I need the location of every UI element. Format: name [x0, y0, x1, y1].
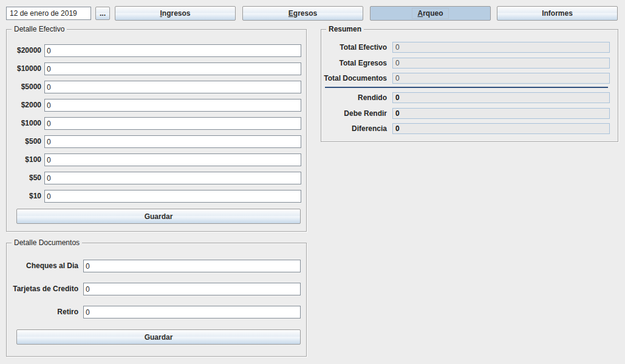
denomination-label-10: $10 — [7, 192, 41, 200]
nav-button-ingresos[interactable]: Ingresos — [115, 6, 236, 21]
tarjetas-de-credito-label: Tarjetas de Credito — [7, 285, 78, 293]
cheques-al-dia-input[interactable] — [83, 260, 301, 272]
date-input[interactable] — [6, 7, 91, 20]
denomination-input-10[interactable] — [44, 190, 301, 203]
total-egresos-label: Total Egresos — [321, 59, 387, 67]
nav-button-egresos[interactable]: Egresos — [242, 6, 363, 21]
debe-rendir-value: 0 — [392, 108, 610, 119]
diferencia-value: 0 — [392, 123, 610, 134]
diferencia-label: Diferencia — [321, 124, 387, 133]
nav-button-egresos-label: Egresos — [289, 9, 317, 18]
total-efectivo-label: Total Efectivo — [321, 43, 387, 52]
ellipsis-icon: ... — [100, 9, 106, 18]
retiro-input[interactable] — [83, 306, 301, 318]
detalle-efectivo-title: Detalle Efectivo — [12, 25, 67, 34]
nav-button-informes-label: Informes — [542, 9, 573, 18]
denomination-input-2000[interactable] — [44, 99, 301, 112]
detalle-efectivo-panel: Detalle Efectivo $20000 $10000 $5000 $20… — [6, 29, 307, 232]
guardar-efectivo-button[interactable]: Guardar — [16, 209, 301, 224]
nav-button-arqueo[interactable]: Arqueo — [370, 6, 491, 21]
total-efectivo-value: 0 — [392, 42, 610, 53]
guardar-documentos-label: Guardar — [145, 333, 173, 342]
guardar-efectivo-label: Guardar — [145, 212, 173, 221]
total-egresos-value: 0 — [392, 58, 610, 69]
denomination-label-1000: $1000 — [7, 119, 41, 127]
denomination-input-1000[interactable] — [44, 117, 301, 130]
rendido-value: 0 — [392, 92, 610, 103]
detalle-documentos-title: Detalle Documentos — [12, 238, 82, 248]
nav-button-ingresos-label: Ingresos — [160, 9, 190, 18]
date-picker-button[interactable]: ... — [95, 7, 110, 20]
retiro-label: Retiro — [7, 308, 78, 316]
resumen-separator — [325, 87, 608, 88]
denomination-input-500[interactable] — [44, 135, 301, 148]
denomination-input-5000[interactable] — [44, 81, 301, 93]
denomination-input-50[interactable] — [44, 172, 301, 184]
resumen-panel: Resumen Total Efectivo 0 Total Egresos 0… — [321, 29, 618, 142]
rendido-label: Rendido — [321, 93, 387, 102]
total-documentos-value: 0 — [392, 73, 610, 84]
tarjetas-de-credito-input[interactable] — [83, 283, 301, 295]
denomination-label-500: $500 — [7, 137, 41, 146]
nav-button-informes[interactable]: Informes — [497, 6, 618, 21]
arqueo-window: { "toolbar": { "date_value": "12 de ener… — [0, 0, 625, 364]
resumen-title: Resumen — [326, 25, 364, 34]
total-documentos-label: Total Documentos — [321, 74, 387, 83]
debe-rendir-label: Debe Rendir — [321, 109, 387, 118]
detalle-documentos-panel: Detalle Documentos Cheques al Dia Tarjet… — [6, 243, 307, 357]
guardar-documentos-button[interactable]: Guardar — [16, 329, 301, 345]
denomination-input-100[interactable] — [44, 153, 301, 166]
cheques-al-dia-label: Cheques al Dia — [7, 261, 78, 270]
denomination-input-20000[interactable] — [44, 44, 301, 57]
denomination-label-5000: $5000 — [7, 83, 41, 91]
denomination-label-10000: $10000 — [7, 64, 41, 73]
nav-button-arqueo-label: Arqueo — [412, 8, 448, 19]
denomination-label-100: $100 — [7, 155, 41, 164]
denomination-label-20000: $20000 — [7, 46, 41, 55]
denomination-input-10000[interactable] — [44, 62, 301, 75]
denomination-label-2000: $2000 — [7, 101, 41, 109]
denomination-label-50: $50 — [7, 174, 41, 182]
